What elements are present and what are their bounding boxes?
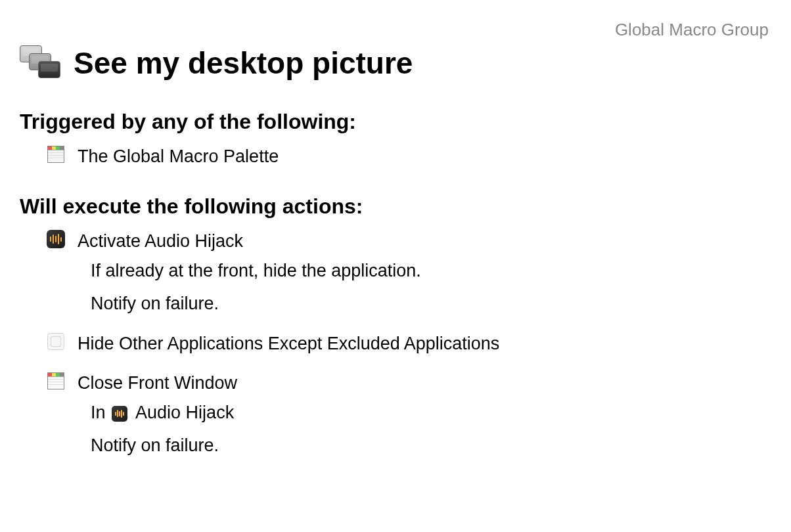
palette-icon	[46, 144, 66, 164]
action-item: Close Front Window In Audio Hijack Notif…	[20, 371, 771, 457]
window-icon	[46, 371, 66, 391]
actions-heading: Will execute the following actions:	[20, 194, 771, 219]
group-label: Global Macro Group	[20, 20, 771, 40]
in-app-name: Audio Hijack	[135, 403, 234, 422]
action-detail: Notify on failure.	[91, 292, 771, 315]
macro-title: See my desktop picture	[74, 45, 413, 81]
action-item: Hide Other Applications Except Excluded …	[20, 332, 771, 355]
in-prefix: In	[91, 403, 106, 422]
hide-apps-icon	[46, 332, 66, 351]
triggers-heading: Triggered by any of the following:	[20, 110, 771, 134]
audio-hijack-icon	[112, 406, 127, 422]
audio-hijack-icon	[46, 229, 66, 249]
screens-icon	[20, 45, 62, 81]
action-item: Activate Audio Hijack If already at the …	[20, 229, 771, 315]
action-label: Hide Other Applications Except Excluded …	[78, 332, 499, 355]
action-detail: Notify on failure.	[91, 433, 771, 457]
action-detail-in: In Audio Hijack	[91, 401, 771, 424]
action-detail: If already at the front, hide the applic…	[91, 259, 771, 282]
action-label: Activate Audio Hijack	[78, 229, 243, 253]
trigger-item: The Global Macro Palette	[46, 144, 771, 168]
trigger-label: The Global Macro Palette	[78, 144, 279, 168]
macro-title-row: See my desktop picture	[20, 45, 771, 81]
action-label: Close Front Window	[78, 371, 237, 395]
